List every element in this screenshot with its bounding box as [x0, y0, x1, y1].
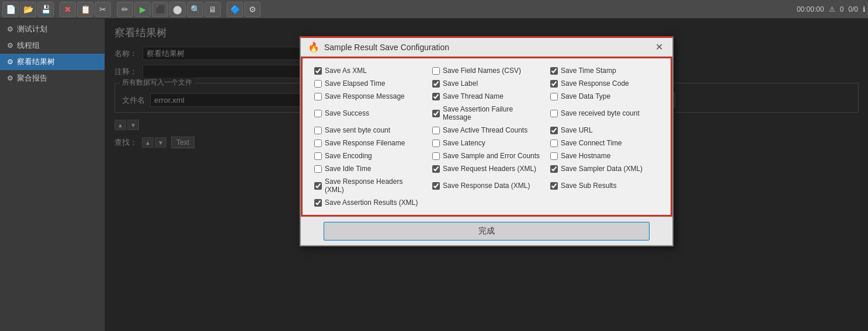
delete-btn[interactable]: ✖ [60, 2, 76, 17]
checkbox-item[interactable]: Save Response Headers (XML) [312, 176, 425, 195]
checkbox-item[interactable]: Save Assertion Results (XML) [312, 197, 425, 208]
settings-btn[interactable]: ⚙ [244, 2, 261, 17]
checkbox-item[interactable]: Save Thread Name [430, 91, 543, 102]
finish-button[interactable]: 完成 [324, 222, 650, 241]
checkbox-input[interactable] [432, 93, 440, 100]
checkbox-label: Save Encoding [325, 152, 372, 160]
sidebar-item-thread-group[interactable]: ⚙ 线程组 [0, 37, 105, 54]
checkbox-label: Save Success [325, 109, 369, 117]
sidebar-item-aggregate-report[interactable]: ⚙ 聚合报告 [0, 70, 105, 86]
checkbox-input[interactable] [432, 80, 440, 88]
checkbox-item[interactable]: Save Label [430, 78, 543, 89]
warning-icon: ⚠ [829, 5, 835, 13]
checkbox-item[interactable]: Save Response Data (XML) [430, 176, 543, 195]
checkbox-input[interactable] [314, 152, 322, 160]
checkbox-input[interactable] [432, 67, 440, 75]
checkbox-item[interactable]: Save Success [312, 104, 425, 123]
checkbox-input[interactable] [432, 140, 440, 147]
checkbox-item[interactable]: Save Active Thread Counts [430, 125, 543, 135]
checkbox-item[interactable]: Save received byte count [548, 104, 661, 123]
checkbox-input[interactable] [432, 110, 440, 117]
save-btn[interactable]: 💾 [37, 2, 54, 17]
modal-close-button[interactable]: ✕ [653, 41, 665, 53]
checkbox-input[interactable] [314, 182, 322, 190]
checkbox-item[interactable]: Save Time Stamp [548, 65, 661, 76]
record-btn[interactable]: ⬤ [169, 2, 186, 17]
run-btn[interactable]: ▶ [134, 2, 151, 17]
checkbox-input[interactable] [550, 127, 558, 134]
checkbox-input[interactable] [550, 110, 558, 117]
cut-btn[interactable]: ✂ [95, 2, 111, 17]
checkbox-item[interactable]: Save Sample and Error Counts [430, 151, 543, 161]
modal-overlay: 🔥 Sample Result Save Configuration ✕ Sav… [105, 19, 868, 331]
checkbox-label: Save Active Thread Counts [443, 126, 527, 134]
checkbox-label: Save Response Headers (XML) [325, 177, 423, 194]
checkbox-item[interactable] [548, 197, 661, 208]
checkbox-input[interactable] [432, 165, 440, 173]
checkbox-item[interactable]: Save Response Code [548, 78, 661, 89]
checkbox-label: Save Sampler Data (XML) [561, 165, 643, 173]
checkbox-label: Save Assertion Results (XML) [325, 198, 418, 207]
checkbox-input[interactable] [550, 93, 558, 100]
checkbox-input[interactable] [550, 165, 558, 173]
checkbox-label: Save sent byte count [325, 126, 390, 134]
checkbox-label: Save Data Type [561, 92, 610, 100]
checkbox-item[interactable]: Save Idle Time [312, 163, 425, 174]
checkbox-label: Save Elapsed Time [325, 79, 385, 88]
checkbox-item[interactable]: Save URL [548, 125, 661, 135]
checkbox-label: Save Time Stamp [561, 67, 616, 75]
checkbox-grid: Save As XMLSave Field Names (CSV)Save Ti… [312, 65, 661, 208]
checkbox-input[interactable] [314, 165, 322, 173]
checkbox-input[interactable] [314, 199, 322, 207]
checkbox-input[interactable] [314, 93, 322, 100]
modal-icon: 🔥 [308, 41, 320, 53]
checkbox-item[interactable]: Save Response Message [312, 91, 425, 102]
checkbox-item[interactable]: Save Elapsed Time [312, 78, 425, 89]
stop-btn[interactable]: ⬛ [152, 2, 168, 17]
checkbox-item[interactable]: Save Latency [430, 138, 543, 148]
aggregate-icon: ⚙ [7, 74, 13, 82]
checkbox-label: Save Latency [443, 139, 485, 147]
checkbox-input[interactable] [550, 80, 558, 88]
open-btn[interactable]: 📂 [20, 2, 36, 17]
checkbox-item[interactable]: Save Encoding [312, 151, 425, 161]
checkbox-input[interactable] [314, 67, 322, 75]
checkbox-item[interactable]: Save Response Filename [312, 138, 425, 148]
checkbox-item[interactable]: Save Request Headers (XML) [430, 163, 543, 174]
checkbox-input[interactable] [314, 140, 322, 147]
checkbox-item[interactable]: Save Hostname [548, 151, 661, 161]
checkbox-item[interactable]: Save Sampler Data (XML) [548, 163, 661, 174]
remote-btn[interactable]: 🖥 [204, 2, 221, 17]
checkbox-input[interactable] [550, 182, 558, 190]
search-btn[interactable]: 🔍 [187, 2, 203, 17]
checkbox-input[interactable] [314, 80, 322, 88]
sidebar-item-result-tree[interactable]: ⚙ 察看结果树 [0, 54, 105, 70]
checkbox-item[interactable]: Save Data Type [548, 91, 661, 102]
checkbox-label: Save Field Names (CSV) [443, 67, 521, 75]
checkbox-item[interactable]: Save Field Names (CSV) [430, 65, 543, 76]
checkbox-input[interactable] [432, 127, 440, 134]
checkbox-label: Save Response Code [561, 79, 629, 88]
checkbox-item[interactable]: Save Connect Time [548, 138, 661, 148]
sidebar-item-test-plan[interactable]: ⚙ 测试计划 [0, 21, 105, 37]
checkbox-item[interactable]: Save Sub Results [548, 176, 661, 195]
toolbar: 📄 📂 💾 ✖ 📋 ✂ ✏ ▶ ⬛ ⬤ 🔍 🖥 🔷 ⚙ 00:00:00 ⚠ 0… [0, 0, 868, 19]
checkbox-input[interactable] [314, 127, 322, 134]
new-btn[interactable]: 📄 [2, 2, 19, 17]
checkbox-input[interactable] [432, 152, 440, 160]
checkbox-input[interactable] [550, 152, 558, 160]
copy-btn[interactable]: 📋 [77, 2, 93, 17]
checkbox-item[interactable]: Save Assertion Failure Message [430, 104, 543, 123]
checkbox-input[interactable] [314, 110, 322, 117]
plugin-btn[interactable]: 🔷 [227, 2, 243, 17]
checkbox-item[interactable] [430, 197, 543, 208]
checkbox-label: Save Response Data (XML) [443, 182, 530, 190]
checkbox-input[interactable] [432, 182, 440, 190]
checkbox-input[interactable] [550, 67, 558, 75]
result-tree-icon: ⚙ [7, 58, 13, 66]
checkbox-item[interactable]: Save As XML [312, 65, 425, 76]
checkbox-label: Save Idle Time [325, 165, 371, 173]
checkbox-input[interactable] [550, 140, 558, 147]
checkbox-item[interactable]: Save sent byte count [312, 125, 425, 135]
edit-btn[interactable]: ✏ [117, 2, 133, 17]
